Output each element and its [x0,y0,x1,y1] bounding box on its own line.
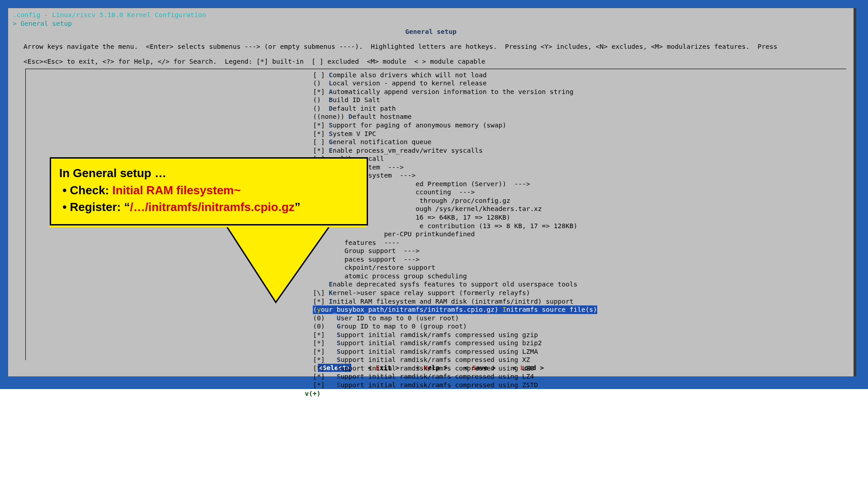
menu-item[interactable]: [*] Support initial ramdisk/ramfs compre… [313,372,597,381]
menu-item[interactable]: [ ] Compile also drivers which will not … [313,71,597,80]
annotation-callout: In General setup … • Check: Initial RAM … [50,157,384,307]
help-line-2: <Esc><Esc> to exit, <?> for Help, </> fo… [24,57,849,66]
menu-item[interactable]: [*] Support for paging of anonymous memo… [313,121,597,130]
breadcrumb: > General setup [13,19,849,28]
config-path: .config - Linux/riscv 5.18.0 Kernel Conf… [13,11,849,19]
menu-item[interactable]: [*] Support initial ramdisk/ramfs compre… [313,331,597,339]
menu-item[interactable]: [*] System V IPC [313,130,597,138]
menu-item[interactable]: [*] Automatically append version informa… [313,88,597,96]
window-shadow: .config - Linux/riscv 5.18.0 Kernel Conf… [8,8,856,376]
annotation-line-2: • Check: Initial RAM filesystem~ [59,182,340,199]
menu-item[interactable]: [*] Enable process_vm_readv/writev sysca… [313,146,597,155]
terminal-window: .config - Linux/riscv 5.18.0 Kernel Conf… [8,8,854,376]
svg-rect-1 [50,225,366,227]
menu-item[interactable]: ((none)) Default hostname [313,113,597,121]
menu-item[interactable]: [*] Support initial ramdisk/ramfs compre… [313,347,597,356]
desktop-border: .config - Linux/riscv 5.18.0 Kernel Conf… [0,0,868,389]
annotation-line-1: In General setup … [59,165,340,182]
menu-item[interactable]: () Local version - append to kernel rele… [313,79,597,88]
menu-item[interactable]: [*] Support initial ramdisk/ramfs compre… [313,364,597,373]
page-title-row: General setup [13,28,849,36]
menu-item[interactable]: (0) User ID to map to 0 (user root) [313,314,597,323]
help-line-1: Arrow keys navigate the menu. <Enter> se… [24,42,849,51]
menu-item[interactable]: () Build ID Salt [313,96,597,104]
menu-item[interactable]: [ ] General notification queue [313,138,597,146]
annotation-line-3: • Register: “/…/initramfs/initramfs.cpio… [59,199,340,216]
page-title: General setup [405,28,457,35]
scroll-more-indicator: v(+) [305,389,597,398]
menu-item[interactable]: () Default init path [313,104,597,113]
menu-item[interactable]: [*] Support initial ramdisk/ramfs compre… [313,381,597,389]
annotation-pointer-icon [50,225,384,307]
svg-marker-0 [226,225,330,302]
annotation-box: In General setup … • Check: Initial RAM … [50,157,368,225]
menu-item[interactable]: [*] Support initial ramdisk/ramfs compre… [313,339,597,347]
menu-item[interactable]: (0) Group ID to map to 0 (group root) [313,322,597,331]
menu-item[interactable]: [*] Support initial ramdisk/ramfs compre… [313,356,597,364]
